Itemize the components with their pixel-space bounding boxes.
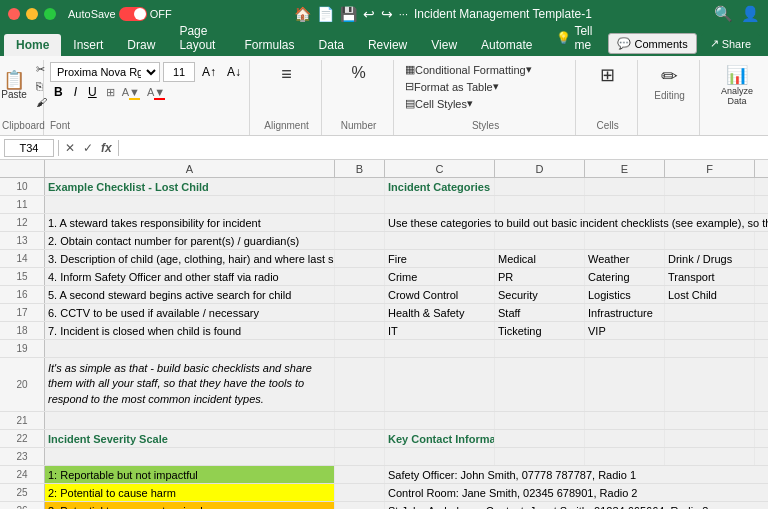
conditional-formatting-button[interactable]: ▦ Conditional Formatting ▾ — [402, 62, 569, 77]
cell-b17[interactable] — [335, 304, 385, 321]
border-button[interactable]: ⊞ — [104, 86, 117, 99]
collab-icon[interactable]: 👤 — [741, 5, 760, 23]
cell-c13[interactable] — [385, 232, 495, 249]
cell-d16[interactable]: Security — [495, 286, 585, 303]
cell-a23[interactable] — [45, 448, 335, 465]
cell-a12[interactable]: 1. A steward takes responsibility for in… — [45, 214, 335, 231]
cell-e17[interactable]: Infrastructure — [585, 304, 665, 321]
minimize-button[interactable] — [26, 8, 38, 20]
cell-g18[interactable] — [755, 322, 768, 339]
cell-f18[interactable] — [665, 322, 755, 339]
tab-insert[interactable]: Insert — [61, 34, 115, 56]
tab-draw[interactable]: Draw — [115, 34, 167, 56]
cell-d11[interactable] — [495, 196, 585, 213]
italic-button[interactable]: I — [70, 84, 81, 100]
tab-page-layout[interactable]: Page Layout — [167, 20, 232, 56]
cell-e15[interactable]: Catering — [585, 268, 665, 285]
cell-g14[interactable] — [755, 250, 768, 267]
col-header-c[interactable]: C — [385, 160, 495, 178]
col-header-d[interactable]: D — [495, 160, 585, 178]
cell-a25[interactable]: 2: Potential to cause harm — [45, 484, 335, 501]
cell-b18[interactable] — [335, 322, 385, 339]
cell-a19[interactable] — [45, 340, 335, 357]
more-icon[interactable]: ··· — [399, 8, 408, 20]
cell-e11[interactable] — [585, 196, 665, 213]
cell-e10[interactable] — [585, 178, 665, 195]
cell-g23[interactable] — [755, 448, 768, 465]
tab-automate[interactable]: Automate — [469, 34, 544, 56]
undo-icon[interactable]: ↩ — [363, 6, 375, 22]
tab-formulas[interactable]: Formulas — [233, 34, 307, 56]
cell-e23[interactable] — [585, 448, 665, 465]
maximize-button[interactable] — [44, 8, 56, 20]
cell-g10[interactable] — [755, 178, 768, 195]
cell-a16[interactable]: 5. A second steward begins active search… — [45, 286, 335, 303]
cell-d23[interactable] — [495, 448, 585, 465]
cell-c20[interactable] — [385, 358, 495, 411]
font-color-button[interactable]: A▼ — [145, 86, 167, 98]
tab-home[interactable]: Home — [4, 34, 61, 56]
cell-b26[interactable] — [335, 502, 385, 509]
cell-b12[interactable] — [335, 214, 385, 231]
cell-styles-button[interactable]: ▤ Cell Styles ▾ — [402, 96, 569, 111]
paste-button[interactable]: 📋 Paste — [0, 69, 31, 102]
cell-a14[interactable]: 3. Description of child (age, clothing, … — [45, 250, 335, 267]
cell-f15[interactable]: Transport — [665, 268, 755, 285]
cell-a26[interactable]: 3: Potential to cause extensive harm — [45, 502, 335, 509]
analyze-data-button[interactable]: 📊 Analyze Data — [708, 62, 766, 108]
cell-c24[interactable]: Safety Officer: John Smith, 07778 787787… — [385, 466, 768, 483]
cell-g19[interactable] — [755, 340, 768, 357]
cancel-formula-icon[interactable]: ✕ — [63, 141, 77, 155]
col-header-e[interactable]: E — [585, 160, 665, 178]
cell-c22[interactable]: Key Contact Information — [385, 430, 495, 447]
cell-a22[interactable]: Incident Severity Scale — [45, 430, 335, 447]
cell-f10[interactable] — [665, 178, 755, 195]
alignment-button[interactable]: ≡ — [272, 62, 302, 87]
confirm-formula-icon[interactable]: ✓ — [81, 141, 95, 155]
cell-f16[interactable]: Lost Child — [665, 286, 755, 303]
cell-b22[interactable] — [335, 430, 385, 447]
fill-color-button[interactable]: A▼ — [120, 86, 142, 98]
cell-b13[interactable] — [335, 232, 385, 249]
cell-c10[interactable]: Incident Categories — [385, 178, 495, 195]
tab-tell-me[interactable]: 💡Tell me — [544, 20, 604, 56]
cell-e20[interactable] — [585, 358, 665, 411]
cell-d18[interactable]: Ticketing — [495, 322, 585, 339]
cell-d10[interactable] — [495, 178, 585, 195]
cell-b11[interactable] — [335, 196, 385, 213]
cell-e13[interactable] — [585, 232, 665, 249]
number-button[interactable]: % — [344, 62, 374, 84]
cell-e19[interactable] — [585, 340, 665, 357]
cell-e22[interactable] — [585, 430, 665, 447]
cell-d19[interactable] — [495, 340, 585, 357]
comments-button[interactable]: 💬 Comments — [608, 33, 696, 54]
redo-icon[interactable]: ↪ — [381, 6, 393, 22]
cell-c16[interactable]: Crowd Control — [385, 286, 495, 303]
cell-c25[interactable]: Control Room: Jane Smith, 02345 678901, … — [385, 484, 768, 501]
cells-button[interactable]: ⊞ — [593, 62, 623, 88]
cell-d20[interactable] — [495, 358, 585, 411]
cell-b25[interactable] — [335, 484, 385, 501]
cell-f21[interactable] — [665, 412, 755, 429]
underline-button[interactable]: U — [84, 84, 101, 100]
col-header-g[interactable]: G — [755, 160, 768, 178]
editing-button[interactable]: ✏ — [655, 62, 685, 90]
cell-g16[interactable] — [755, 286, 768, 303]
cell-b21[interactable] — [335, 412, 385, 429]
share-button[interactable]: ↗ Share — [701, 33, 760, 54]
cell-a13[interactable]: 2. Obtain contact number for parent(s) /… — [45, 232, 335, 249]
cell-d17[interactable]: Staff — [495, 304, 585, 321]
cell-g13[interactable] — [755, 232, 768, 249]
cell-c19[interactable] — [385, 340, 495, 357]
cell-a21[interactable] — [45, 412, 335, 429]
insert-function-icon[interactable]: fx — [99, 141, 114, 155]
cell-a10[interactable]: Example Checklist - Lost Child — [45, 178, 335, 195]
cell-c11[interactable] — [385, 196, 495, 213]
format-as-table-button[interactable]: ⊟ Format as Table ▾ — [402, 79, 569, 94]
cell-g21[interactable] — [755, 412, 768, 429]
cell-reference-input[interactable] — [4, 139, 54, 157]
cell-c15[interactable]: Crime — [385, 268, 495, 285]
cell-f22[interactable] — [665, 430, 755, 447]
cell-d15[interactable]: PR — [495, 268, 585, 285]
bold-button[interactable]: B — [50, 84, 67, 100]
